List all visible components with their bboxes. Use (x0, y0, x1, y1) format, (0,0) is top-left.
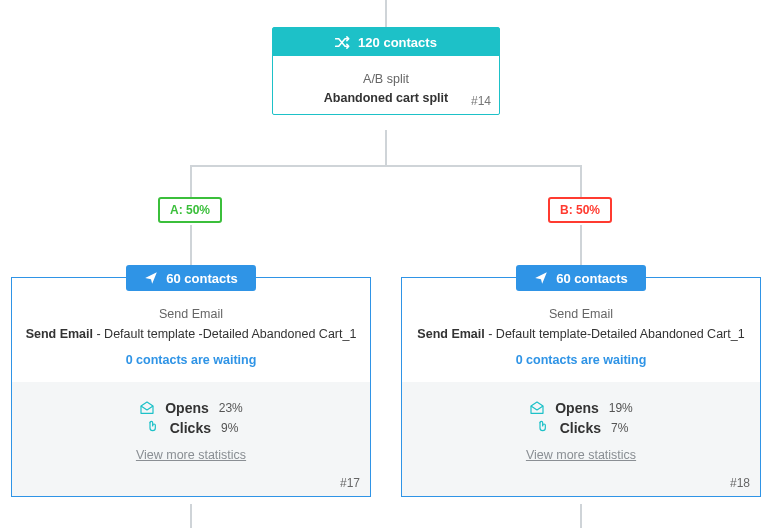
opens-stat: Opens 23% (22, 400, 360, 416)
email-node-b-desc-prefix: Send Email (417, 327, 484, 341)
send-icon (144, 271, 158, 285)
email-node-a-type: Send Email (22, 304, 360, 324)
ab-split-body: A/B split Abandoned cart split #14 (273, 56, 499, 114)
connector-line (385, 0, 387, 27)
view-more-statistics-link[interactable]: View more statistics (412, 448, 750, 462)
email-node-b[interactable]: 60 contacts Send Email Send Email - Defa… (401, 277, 761, 497)
email-node-a-id: #17 (340, 476, 360, 490)
ab-split-contacts: 120 contacts (358, 35, 437, 50)
email-node-a-contacts: 60 contacts (166, 271, 238, 286)
opens-percent: 23% (219, 401, 243, 415)
email-node-b-waiting: 0 contacts are waiting (412, 350, 750, 370)
email-node-a-waiting: 0 contacts are waiting (22, 350, 360, 370)
opens-stat: Opens 19% (412, 400, 750, 416)
email-node-b-stats: Opens 19% Clicks 7% View more statistics… (402, 382, 760, 496)
email-node-b-id: #18 (730, 476, 750, 490)
cursor-icon (534, 420, 550, 436)
clicks-stat: Clicks 7% (412, 420, 750, 436)
shuffle-icon (335, 36, 350, 49)
opens-label: Opens (555, 400, 599, 416)
branch-pill-a[interactable]: A: 50% (158, 197, 222, 223)
email-node-a-stats: Opens 23% Clicks 9% View more statistics… (12, 382, 370, 496)
clicks-percent: 9% (221, 421, 238, 435)
connector-line (190, 165, 192, 197)
clicks-label: Clicks (170, 420, 211, 436)
clicks-label: Clicks (560, 420, 601, 436)
email-node-a[interactable]: 60 contacts Send Email Send Email - Defa… (11, 277, 371, 497)
email-node-a-header: 60 contacts (126, 265, 256, 291)
cursor-icon (144, 420, 160, 436)
clicks-percent: 7% (611, 421, 628, 435)
connector-line (580, 504, 582, 528)
send-icon (534, 271, 548, 285)
email-node-b-header: 60 contacts (516, 265, 646, 291)
email-node-b-contacts: 60 contacts (556, 271, 628, 286)
branch-pill-a-label: A: 50% (170, 203, 210, 217)
ab-split-subtitle: A/B split (283, 70, 489, 89)
ab-split-node[interactable]: 120 contacts A/B split Abandoned cart sp… (272, 27, 500, 115)
email-node-b-body: Send Email Send Email - Default template… (402, 278, 760, 382)
email-node-a-desc: Send Email - Default template -Detailed … (22, 324, 360, 344)
branch-pill-b-label: B: 50% (560, 203, 600, 217)
email-node-a-body: Send Email Send Email - Default template… (12, 278, 370, 382)
opens-label: Opens (165, 400, 209, 416)
clicks-stat: Clicks 9% (22, 420, 360, 436)
opens-percent: 19% (609, 401, 633, 415)
envelope-open-icon (529, 400, 545, 416)
ab-split-header: 120 contacts (273, 28, 499, 56)
connector-line (190, 504, 192, 528)
email-node-a-desc-rest: - Default template -Detailed Abandoned C… (93, 327, 356, 341)
connector-line (580, 165, 582, 197)
ab-split-name: Abandoned cart split (283, 89, 489, 108)
email-node-a-desc-prefix: Send Email (26, 327, 93, 341)
email-node-b-desc: Send Email - Default template-Detailed A… (412, 324, 750, 344)
email-node-b-type: Send Email (412, 304, 750, 324)
envelope-open-icon (139, 400, 155, 416)
view-more-statistics-link[interactable]: View more statistics (22, 448, 360, 462)
connector-line (190, 165, 582, 167)
branch-pill-b[interactable]: B: 50% (548, 197, 612, 223)
ab-split-id: #14 (471, 92, 491, 110)
connector-line (385, 130, 387, 165)
email-node-b-desc-rest: - Default template-Detailed Abandoned Ca… (485, 327, 745, 341)
